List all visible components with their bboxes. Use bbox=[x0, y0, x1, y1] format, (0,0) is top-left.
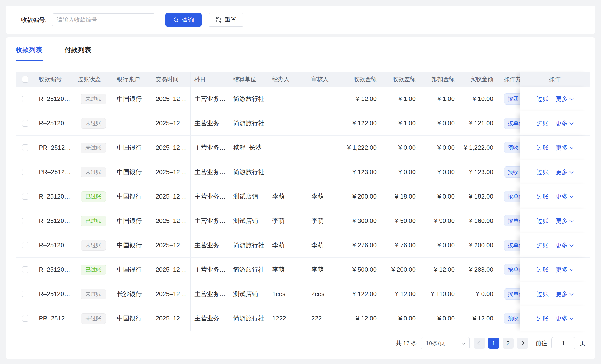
cell-actions: 过账更多 bbox=[520, 306, 590, 331]
post-action-link[interactable]: 过账 bbox=[537, 119, 549, 127]
tab-receipt-list[interactable]: 收款列表 bbox=[16, 46, 43, 61]
cell-settlement-unit: 测试店铺 bbox=[229, 184, 268, 209]
row-checkbox[interactable] bbox=[22, 267, 29, 273]
post-action-link[interactable]: 过账 bbox=[537, 192, 549, 201]
status-badge: 未过账 bbox=[81, 313, 106, 324]
more-action-link[interactable]: 更多 bbox=[556, 217, 573, 225]
column-header-8[interactable]: 收款金额 bbox=[342, 72, 381, 87]
cell-receipt-amount: ¥ 200.00 bbox=[342, 184, 381, 209]
row-select-cell bbox=[16, 111, 35, 136]
row-select-cell bbox=[16, 209, 35, 233]
more-action-link[interactable]: 更多 bbox=[556, 95, 573, 103]
cell-post-status: 未过账 bbox=[74, 87, 113, 111]
page-size-select[interactable]: 10条/页 bbox=[421, 337, 470, 349]
more-action-link[interactable]: 更多 bbox=[556, 315, 573, 322]
column-header-13[interactable]: 操作 bbox=[520, 72, 590, 87]
row-checkbox[interactable] bbox=[22, 96, 29, 102]
cell-post-status: 未过账 bbox=[74, 306, 113, 331]
cell-subject: 主营业务… bbox=[190, 306, 229, 331]
column-header-11[interactable]: 实收金额 bbox=[459, 72, 498, 87]
post-action-link[interactable]: 过账 bbox=[537, 290, 549, 298]
row-checkbox[interactable] bbox=[22, 242, 29, 249]
cell-handler bbox=[268, 111, 307, 136]
cell-actions: 过账更多 bbox=[520, 184, 590, 209]
column-header-5[interactable]: 结算单位 bbox=[229, 72, 268, 87]
post-action-link[interactable]: 过账 bbox=[537, 95, 549, 103]
column-header-7[interactable]: 审核人 bbox=[307, 72, 342, 87]
more-action-link[interactable]: 更多 bbox=[556, 168, 573, 176]
page-button-2[interactable]: 2 bbox=[503, 338, 514, 349]
more-action-link[interactable]: 更多 bbox=[556, 241, 573, 249]
row-checkbox[interactable] bbox=[22, 218, 29, 224]
post-action-link[interactable]: 过账 bbox=[537, 241, 549, 249]
column-header-10[interactable]: 抵扣金额 bbox=[420, 72, 459, 87]
row-checkbox[interactable] bbox=[22, 315, 29, 322]
search-button[interactable]: 查询 bbox=[165, 13, 202, 27]
mode-badge: 预收 bbox=[504, 313, 520, 324]
page-button-1[interactable]: 1 bbox=[488, 338, 499, 349]
cell-actual-amount: ¥ 0.00 bbox=[459, 282, 498, 306]
cell-operation-mode: 按团 bbox=[498, 87, 520, 111]
row-select-cell bbox=[16, 136, 35, 160]
cell-settlement-unit: 测试店铺 bbox=[229, 209, 268, 233]
more-action-link[interactable]: 更多 bbox=[556, 266, 573, 274]
more-action-link[interactable]: 更多 bbox=[556, 144, 573, 152]
row-select-cell bbox=[16, 306, 35, 331]
cell-operation-mode: 预收 bbox=[498, 136, 520, 160]
cell-reviewer: 222 bbox=[307, 306, 342, 331]
row-checkbox[interactable] bbox=[22, 169, 29, 175]
column-header-1[interactable]: 过账状态 bbox=[74, 72, 113, 87]
cell-post-status: 未过账 bbox=[74, 111, 113, 136]
column-header-0[interactable]: 收款编号 bbox=[35, 72, 74, 87]
cell-actual-amount: ¥ 10.00 bbox=[459, 87, 498, 111]
table-row: PR–2512…未过账中国银行2025–12…主营业务…简游旅行社¥ 123.0… bbox=[16, 160, 590, 184]
post-action-link[interactable]: 过账 bbox=[537, 266, 549, 274]
prev-page-button[interactable] bbox=[474, 338, 485, 349]
post-action-link[interactable]: 过账 bbox=[537, 168, 549, 176]
cell-receipt-id: PR–2512… bbox=[35, 306, 74, 331]
cell-receipt-amount: ¥ 500.00 bbox=[342, 258, 381, 282]
column-header-6[interactable]: 经办人 bbox=[268, 72, 307, 87]
cell-receipt-id: R–25120… bbox=[35, 209, 74, 233]
column-header-3[interactable]: 交易时间 bbox=[152, 72, 190, 87]
more-action-link[interactable]: 更多 bbox=[556, 119, 573, 127]
cell-receipt-amount: ¥ 1,222.00 bbox=[342, 136, 381, 160]
reset-button[interactable]: 重置 bbox=[208, 13, 244, 27]
more-action-link[interactable]: 更多 bbox=[556, 290, 573, 298]
row-checkbox[interactable] bbox=[22, 193, 29, 200]
cell-bank-account: 长沙银行 bbox=[113, 282, 152, 306]
tab-payment-list[interactable]: 付款列表 bbox=[64, 46, 92, 61]
table-row: R–25120…未过账长沙银行2025–12…主营业务…测试店铺1ces2ces… bbox=[16, 282, 590, 306]
post-action-link[interactable]: 过账 bbox=[537, 217, 549, 225]
cell-transaction-time: 2025–12… bbox=[152, 282, 190, 306]
cell-reviewer bbox=[307, 136, 342, 160]
chevron-down-icon bbox=[570, 169, 574, 173]
goto-page-input[interactable] bbox=[551, 337, 575, 349]
cell-transaction-time: 2025–12… bbox=[152, 111, 190, 136]
row-checkbox[interactable] bbox=[22, 291, 29, 297]
cell-receipt-diff: ¥ 0.00 bbox=[381, 306, 420, 331]
cell-handler: 李萌 bbox=[268, 184, 307, 209]
row-checkbox[interactable] bbox=[22, 144, 29, 151]
cell-subject: 主营业务… bbox=[190, 160, 229, 184]
column-header-2[interactable]: 银行账户 bbox=[113, 72, 152, 87]
chevron-down-icon bbox=[462, 341, 466, 345]
row-select-cell bbox=[16, 282, 35, 306]
cell-transaction-time: 2025–12… bbox=[152, 184, 190, 209]
post-action-link[interactable]: 过账 bbox=[537, 315, 549, 322]
cell-post-status: 未过账 bbox=[74, 136, 113, 160]
cell-deduction-amount: ¥ 110.00 bbox=[420, 282, 459, 306]
cell-subject: 主营业务… bbox=[190, 136, 229, 160]
select-all-checkbox[interactable] bbox=[22, 76, 29, 83]
next-page-button[interactable] bbox=[517, 338, 528, 349]
post-action-link[interactable]: 过账 bbox=[537, 144, 549, 152]
row-checkbox[interactable] bbox=[22, 120, 29, 126]
receipt-id-input[interactable] bbox=[52, 13, 155, 26]
active-tab-underline bbox=[16, 60, 43, 61]
more-action-link[interactable]: 更多 bbox=[556, 192, 573, 201]
column-header-4[interactable]: 科目 bbox=[190, 72, 229, 87]
column-header-12[interactable]: 操作方式 bbox=[498, 72, 520, 87]
cell-subject: 主营业务… bbox=[190, 111, 229, 136]
cell-handler: 李萌 bbox=[268, 209, 307, 233]
column-header-9[interactable]: 收款差额 bbox=[381, 72, 420, 87]
